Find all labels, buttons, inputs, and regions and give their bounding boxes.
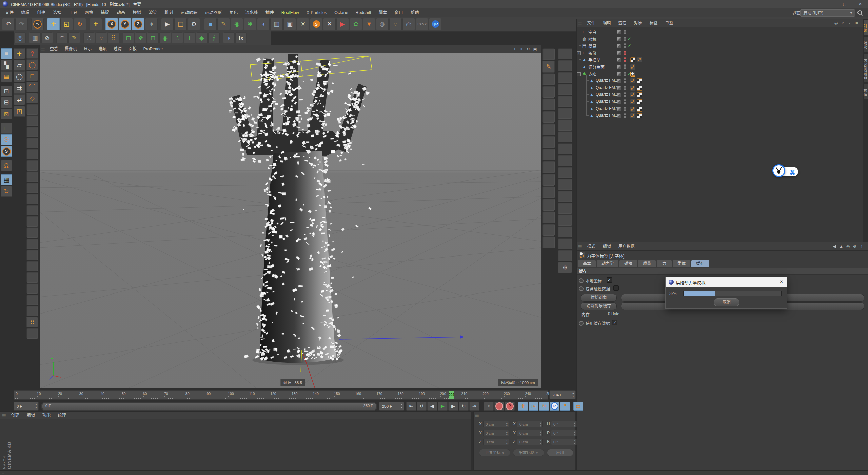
muted-tool-icon[interactable] (26, 216, 38, 227)
object-name[interactable]: 克隆 (588, 71, 596, 77)
muted-mesh-icon[interactable] (542, 236, 555, 248)
knife-pen-icon[interactable]: ✎ (542, 61, 555, 73)
menu-item-模拟[interactable]: 模拟 (129, 8, 145, 17)
muted-mesh-icon[interactable] (558, 96, 572, 107)
object-name[interactable]: 手模型 (588, 57, 600, 63)
enabled-check-icon[interactable]: ✓ (628, 43, 631, 48)
model-mode-icon[interactable]: ■ (1, 48, 12, 59)
record-pla-button[interactable]: ⠿ (560, 402, 570, 411)
object-row-Quartz FM.1[interactable]: ▲Quartz FM.1 (577, 84, 863, 91)
am-search-icon[interactable]: ◎ (845, 244, 851, 249)
menu-item-标签[interactable]: 标签 (646, 19, 662, 27)
am-up-icon[interactable]: ▲ (838, 244, 844, 249)
mesh-points-icon[interactable]: ⊡ (123, 32, 134, 43)
layer-chip[interactable] (617, 79, 621, 83)
vp-rotate-icon[interactable]: ↻ (525, 46, 531, 52)
dots-diagonal-icon[interactable]: ∴ (83, 32, 95, 43)
viewport-solo-icon[interactable]: ☉ (1, 134, 12, 145)
maximize-button[interactable]: ▢ (837, 0, 852, 8)
layer-chip[interactable] (617, 86, 621, 90)
live-select-circle-icon[interactable]: ◯ (14, 71, 25, 82)
layer-chip[interactable] (617, 107, 621, 111)
om-add-icon[interactable]: ⊞ (853, 20, 860, 26)
scale-tool-icon[interactable]: ◱ (60, 18, 73, 30)
circle-select-icon[interactable]: ◯ (26, 59, 38, 70)
snap-rotate-icon[interactable]: ↻ (1, 186, 12, 197)
menu-item-X-Particles[interactable]: X-Particles (303, 8, 331, 17)
menu-item-编辑[interactable]: 编辑 (23, 412, 39, 419)
muted-mesh-icon[interactable] (558, 167, 572, 178)
four-arrows-icon[interactable]: ⇄ (14, 94, 25, 105)
use-cache-checkbox[interactable]: ✓ (612, 320, 617, 325)
snap-magnet-icon[interactable]: Ω (1, 160, 12, 171)
web-rings-icon[interactable]: ◎ (14, 32, 26, 43)
spline-arc-icon[interactable]: ◠ (56, 32, 68, 43)
lock-z-axis-icon[interactable]: Z (132, 18, 144, 30)
phong-tag[interactable] (630, 107, 635, 112)
menu-item-显示[interactable]: 显示 (80, 45, 95, 53)
tab-碰撞[interactable]: 碰撞 (619, 260, 637, 267)
object-name[interactable]: Quartz FM.1 (596, 92, 618, 97)
orange-dots-arrow-icon[interactable]: ⠿ (26, 317, 38, 327)
local-coords-checkbox[interactable]: ✓ (607, 277, 612, 283)
drag-cube-icon[interactable]: ◆ (196, 32, 208, 43)
layer-chip[interactable] (617, 93, 621, 97)
menu-item-运动图形[interactable]: 运动图形 (201, 8, 225, 17)
render-visibility-dot[interactable] (624, 74, 626, 76)
muted-tool-icon[interactable] (26, 239, 38, 249)
current-frame-spinner[interactable]: 204 F▲▼ (549, 390, 576, 399)
primitive-cube-icon[interactable]: ■ (204, 18, 217, 30)
include-collision-checkbox[interactable] (613, 285, 619, 291)
menu-item-渲染[interactable]: 渲染 (145, 8, 161, 17)
menu-item-纹理[interactable]: 纹理 (54, 412, 70, 419)
muted-mesh-icon[interactable] (542, 211, 555, 223)
menu-item-流水线[interactable]: 流水线 (241, 8, 262, 17)
object-name[interactable]: 备份 (588, 50, 596, 56)
edges-mode-icon[interactable]: ⊟ (1, 97, 12, 108)
menu-item-动画[interactable]: 动画 (113, 8, 129, 17)
menu-item-ProRender[interactable]: ProRender (140, 45, 166, 53)
object-name[interactable]: 空白 (588, 29, 596, 35)
turbulencefd-icon[interactable]: ✿ (350, 18, 362, 30)
menu-item-Octane[interactable]: Octane (331, 8, 352, 17)
menu-item-文件[interactable]: 文件 (584, 19, 599, 27)
phong-tag[interactable] (630, 86, 635, 91)
om-eye-icon[interactable]: ◦ (847, 20, 853, 26)
render-visibility-dot[interactable] (624, 88, 626, 90)
editor-visibility-dot[interactable] (624, 92, 626, 94)
phong-tag[interactable] (637, 57, 642, 62)
menu-item-文件[interactable]: 文件 (1, 8, 17, 17)
muted-mesh-icon[interactable] (542, 111, 555, 123)
camera-icon[interactable]: ▣ (283, 18, 296, 30)
menu-item-查看[interactable]: 查看 (615, 19, 630, 27)
next-frame-button[interactable]: ▶ (448, 402, 458, 411)
menu-item-面板[interactable]: 面板 (125, 45, 140, 53)
vp-zoom-icon[interactable]: ⇕ (518, 46, 525, 52)
muted-mesh-icon[interactable] (542, 224, 555, 236)
settings-cube-icon[interactable]: ⚙ (558, 262, 572, 273)
object-name[interactable]: 随机 (588, 36, 596, 42)
muted-mesh-icon[interactable] (558, 250, 572, 261)
last-tool-icon[interactable]: + (90, 18, 102, 30)
muted-tool-icon[interactable] (26, 205, 38, 215)
bracket-arrow-icon[interactable]: ⇉ (14, 83, 25, 94)
tab-柔体[interactable]: 柔体 (673, 260, 690, 267)
enable-axis-icon[interactable]: ∟ (1, 123, 12, 134)
texture-tag[interactable] (630, 57, 635, 62)
bake-object-button[interactable]: 烘焙对象 (581, 294, 617, 302)
sds-weight-icon[interactable]: S (1, 146, 12, 157)
menu-item-编辑[interactable]: 编辑 (17, 8, 33, 17)
menu-item-创建[interactable]: 创建 (33, 8, 49, 17)
editor-visibility-dot[interactable] (624, 64, 626, 66)
translate-widget[interactable]: 英 (772, 164, 800, 179)
muted-tool-icon[interactable] (26, 160, 38, 171)
object-name[interactable]: Quartz FM.1 (596, 85, 618, 90)
muted-mesh-icon[interactable] (558, 203, 572, 214)
menu-item-编辑[interactable]: 编辑 (599, 19, 615, 27)
poly-select-icon[interactable]: ◇ (26, 93, 38, 103)
rect-select-icon[interactable]: □ (26, 71, 38, 81)
goto-start-button[interactable]: ⇤ (406, 402, 416, 411)
editor-visibility-dot[interactable] (624, 72, 626, 74)
dots-circle-icon[interactable]: ◌ (96, 32, 107, 43)
clear-cache-button[interactable]: 清除对象缓存 (581, 302, 617, 310)
